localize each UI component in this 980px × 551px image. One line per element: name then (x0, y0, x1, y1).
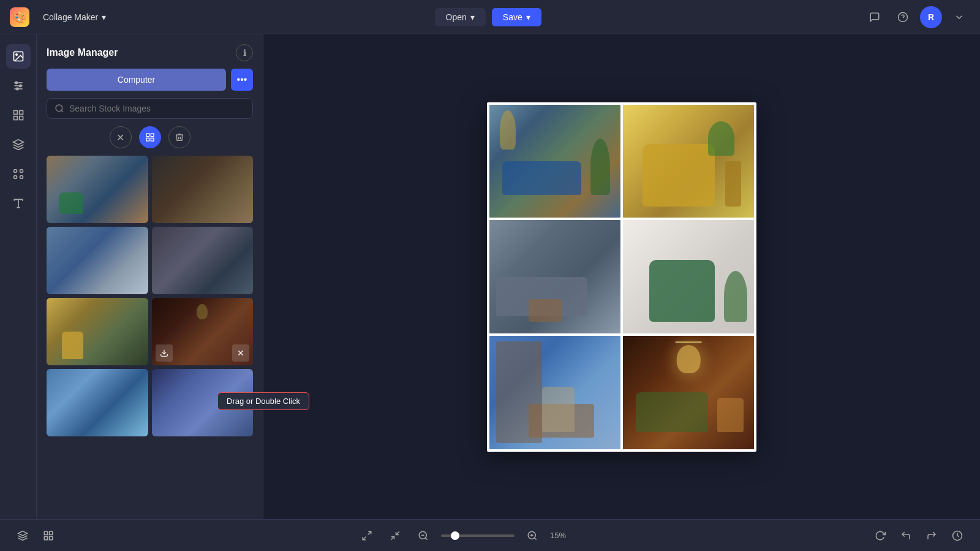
history-button[interactable] (947, 525, 968, 546)
list-item[interactable] (152, 369, 254, 436)
list-item[interactable] (47, 298, 148, 365)
sidebar-item-elements[interactable] (6, 162, 31, 186)
list-item[interactable] (47, 227, 148, 294)
collage-cell-4[interactable] (623, 220, 754, 333)
collage-cell-1[interactable] (489, 105, 620, 218)
svg-rect-26 (151, 138, 154, 141)
left-panel: Image Manager ℹ Computer ••• ✕ (37, 34, 263, 519)
svg-line-35 (391, 536, 394, 539)
svg-marker-14 (13, 140, 23, 145)
list-item[interactable] (47, 156, 148, 223)
svg-point-21 (56, 105, 62, 112)
zoom-in-button[interactable] (522, 525, 543, 546)
svg-point-15 (13, 170, 17, 173)
clear-button[interactable]: ✕ (110, 126, 132, 148)
collage-frame (487, 102, 756, 452)
open-button[interactable]: Open ▾ (435, 8, 486, 26)
sidebar-item-layout[interactable] (6, 103, 31, 127)
svg-rect-11 (19, 111, 23, 115)
list-item[interactable]: ✕ (152, 298, 254, 365)
add-to-canvas-button[interactable] (156, 344, 173, 362)
list-item[interactable] (152, 227, 254, 294)
svg-point-7 (15, 82, 17, 83)
svg-line-34 (363, 536, 366, 539)
refresh-button[interactable] (870, 525, 891, 546)
collage-cell-5[interactable] (489, 336, 620, 449)
svg-line-36 (396, 531, 399, 534)
zoom-value: 15% (550, 531, 572, 540)
app-title-button[interactable]: Collage Maker ▾ (37, 9, 112, 26)
collage-cell-3[interactable] (489, 220, 620, 333)
panel-info-button[interactable]: ℹ (236, 44, 253, 61)
undo-button[interactable] (895, 525, 916, 546)
more-options-button[interactable]: ••• (231, 69, 253, 91)
panel-header: Image Manager ℹ (37, 34, 263, 69)
svg-rect-13 (19, 116, 23, 120)
svg-line-33 (368, 531, 371, 534)
user-avatar-button[interactable]: R (920, 6, 942, 28)
bottom-left (12, 525, 59, 546)
svg-point-16 (20, 170, 23, 173)
close-icon: ✕ (116, 132, 124, 143)
svg-marker-28 (18, 531, 28, 536)
search-input[interactable] (69, 104, 245, 113)
svg-point-8 (19, 85, 21, 86)
svg-rect-30 (50, 531, 53, 534)
list-item[interactable] (152, 156, 254, 223)
grid-bottom-button[interactable] (38, 525, 59, 546)
svg-point-3 (15, 54, 17, 56)
sidebar-item-text[interactable] (6, 191, 31, 216)
topbar-right: R (864, 6, 970, 28)
trash-icon (175, 132, 184, 142)
sidebar-item-adjustments[interactable] (6, 74, 31, 98)
canvas-area[interactable] (263, 34, 980, 519)
list-item[interactable] (47, 369, 148, 436)
collage-cell-6[interactable] (623, 336, 754, 449)
fit2-view-button[interactable] (385, 525, 405, 546)
info-icon: ℹ (243, 48, 246, 58)
search-box[interactable] (47, 98, 253, 119)
svg-rect-25 (146, 138, 149, 141)
svg-rect-32 (50, 536, 53, 539)
svg-rect-12 (13, 116, 17, 120)
svg-line-22 (61, 110, 63, 112)
svg-point-18 (20, 176, 23, 179)
zoom-slider[interactable] (441, 534, 514, 537)
main-content: Image Manager ℹ Computer ••• ✕ (0, 34, 980, 519)
message-button[interactable] (864, 6, 886, 28)
save-button[interactable]: Save ▾ (492, 8, 541, 26)
search-icon (55, 104, 64, 113)
computer-button[interactable]: Computer (47, 69, 226, 91)
svg-rect-31 (44, 536, 47, 539)
help-button[interactable] (892, 6, 914, 28)
close-icon: ✕ (237, 348, 244, 358)
bottom-center: 15% (356, 525, 572, 546)
image-toolbar: ✕ (37, 126, 263, 156)
topbar: 🎨 Collage Maker ▾ Open ▾ Save ▾ R (0, 0, 980, 34)
grid-view-button[interactable] (139, 126, 161, 148)
topbar-left: 🎨 Collage Maker ▾ (10, 7, 112, 27)
bottombar: 15% (0, 519, 980, 551)
svg-line-38 (425, 538, 427, 539)
svg-line-41 (534, 538, 536, 539)
layers-bottom-button[interactable] (12, 525, 33, 546)
redo-button[interactable] (921, 525, 942, 546)
panel-title: Image Manager (47, 47, 118, 58)
image-grid: ✕ (37, 156, 263, 446)
sidebar-item-layers[interactable] (6, 132, 31, 157)
remove-image-button[interactable]: ✕ (232, 344, 249, 362)
sidebar-item-images[interactable] (6, 44, 31, 69)
svg-point-9 (16, 88, 18, 89)
icon-sidebar (0, 34, 37, 519)
svg-rect-10 (13, 111, 17, 115)
zoom-out-button[interactable] (413, 525, 434, 546)
svg-point-17 (13, 176, 17, 179)
fit-view-button[interactable] (356, 525, 377, 546)
topbar-center: Open ▾ Save ▾ (435, 8, 541, 26)
svg-rect-29 (44, 531, 47, 534)
grid-icon (145, 132, 155, 142)
collage-cell-2[interactable] (623, 105, 754, 218)
topbar-more-button[interactable] (948, 6, 970, 28)
bottom-right (870, 525, 968, 546)
delete-button[interactable] (168, 126, 190, 148)
